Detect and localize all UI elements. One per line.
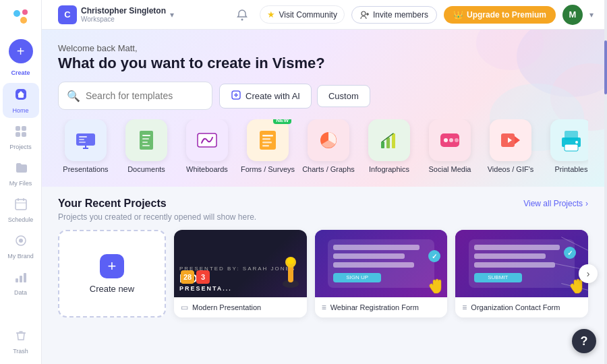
category-presentations[interactable]: Presentations [58, 119, 113, 173]
new-badge: NEW [273, 119, 291, 124]
svg-rect-9 [16, 132, 20, 137]
svg-rect-34 [79, 139, 84, 140]
project-card-modern-presentation[interactable]: PRESENTED BY: SARAH JONES MOD PRESENTA..… [174, 230, 307, 317]
community-button[interactable]: ★ Visit Community [260, 5, 344, 24]
sidebar-schedule-label: Schedule [8, 216, 34, 223]
avatar-chevron-icon[interactable]: ▾ [589, 10, 594, 20]
svg-rect-10 [22, 132, 26, 137]
category-infographics[interactable]: Infographics [362, 119, 417, 173]
project-thumb-modern-presentation: PRESENTED BY: SARAH JONES MOD PRESENTA..… [174, 230, 307, 297]
svg-point-2 [22, 9, 28, 15]
svg-rect-48 [262, 142, 272, 144]
community-label: Visit Community [279, 10, 337, 20]
invite-members-button[interactable]: Invite members [351, 6, 437, 24]
data-icon [14, 270, 28, 287]
svg-rect-7 [16, 126, 20, 131]
sidebar-item-create[interactable]: + Create [3, 35, 39, 80]
project-thumb-webinar-form: SIGN UP ✓ [315, 230, 448, 297]
sidebar-item-home[interactable]: Home [3, 83, 39, 118]
create-ai-button[interactable]: Create with AI [219, 84, 312, 109]
svg-rect-45 [260, 131, 276, 150]
sidebar-item-mybrand[interactable]: My Brand [3, 230, 39, 264]
svg-point-56 [449, 138, 453, 142]
svg-rect-38 [140, 131, 153, 150]
search-bar[interactable]: 🔍 [58, 82, 212, 110]
scroll-indicator [604, 0, 607, 364]
svg-rect-18 [20, 276, 22, 282]
create-new-card[interactable]: + Create new [58, 230, 166, 317]
project-name-org-contact: Organization Contact Form [471, 303, 560, 311]
search-input[interactable] [86, 90, 204, 101]
workspace-sub: Workspace [81, 16, 166, 23]
form-type-icon-org: ≡ [462, 303, 467, 312]
recent-subtitle: Projects you created or recently opened … [58, 212, 588, 222]
category-forms-surveys[interactable]: NEW Forms / Surveys [240, 119, 295, 173]
help-button[interactable]: ? [572, 329, 596, 353]
svg-rect-51 [381, 142, 384, 148]
project-card-webinar-form[interactable]: SIGN UP ✓ ≡ Webinar Registration Form [315, 230, 448, 317]
sidebar-trash-label: Trash [13, 348, 28, 355]
sidebar-projects-label: Projects [9, 144, 32, 150]
main-content: C Christopher Singleton Workspace ▾ ★ Vi… [42, 0, 604, 364]
sidebar-item-schedule[interactable]: Schedule [3, 193, 39, 227]
project-footer-webinar-form: ≡ Webinar Registration Form [315, 297, 448, 317]
workspace-name: Christopher Singleton [81, 6, 166, 16]
recent-projects-section: Your Recent Projects View all Projects ›… [42, 187, 604, 328]
category-printables-label: Printables [555, 165, 588, 173]
sidebar-item-trash[interactable]: Trash [3, 325, 39, 359]
view-all-button[interactable]: View all Projects › [523, 199, 588, 208]
home-icon [13, 87, 28, 105]
category-charts-graphs[interactable]: Charts / Graphs [301, 119, 356, 173]
sidebar-item-projects[interactable]: Projects [3, 121, 39, 154]
svg-rect-39 [142, 135, 150, 136]
category-videos-gifs[interactable]: Videos / GIF's [483, 119, 538, 173]
notifications-button[interactable] [231, 4, 253, 26]
sidebar-item-myfiles[interactable]: My Files [3, 157, 39, 191]
category-whiteboards[interactable]: Whiteboards [179, 119, 235, 173]
svg-point-16 [19, 239, 23, 243]
topbar: C Christopher Singleton Workspace ▾ ★ Vi… [42, 0, 604, 30]
svg-rect-63 [565, 144, 578, 151]
category-charts-graphs-label: Charts / Graphs [302, 165, 355, 173]
svg-rect-52 [386, 138, 390, 148]
svg-point-57 [455, 138, 459, 142]
view-all-label: View all Projects [523, 199, 583, 208]
category-social-media-label: Social Media [429, 165, 471, 173]
upgrade-button[interactable]: 👑 Upgrade to Premium [444, 6, 556, 24]
svg-point-1 [13, 10, 20, 17]
search-icon: 🔍 [67, 90, 80, 102]
custom-button[interactable]: Custom [317, 85, 370, 107]
project-footer-org-contact: ≡ Organization Contact Form [455, 297, 588, 317]
invite-label: Invite members [373, 10, 428, 20]
scroll-thumb[interactable] [604, 40, 607, 94]
project-name-modern-presentation: Modern Presentation [192, 303, 261, 311]
project-card-org-contact[interactable]: SUBMIT ✓ ≡ Organization Contact Form [455, 230, 588, 317]
category-documents[interactable]: Documents [119, 119, 174, 173]
svg-rect-46 [262, 135, 273, 137]
svg-rect-49 [262, 145, 269, 147]
create-plus-icon: + [9, 39, 33, 63]
project-thumb-org-contact: SUBMIT ✓ [455, 230, 588, 297]
svg-point-55 [444, 138, 448, 142]
myfiles-icon [14, 161, 28, 178]
schedule-icon [14, 198, 28, 214]
workspace-icon: C [58, 5, 77, 24]
user-avatar[interactable]: M [562, 5, 583, 25]
sidebar-home-label: Home [12, 107, 28, 114]
projects-next-button[interactable]: › [579, 264, 598, 283]
category-whiteboards-label: Whiteboards [186, 165, 228, 173]
category-social-media[interactable]: Social Media [422, 119, 478, 173]
svg-point-0 [10, 5, 32, 27]
category-printables[interactable]: Printables [544, 119, 588, 173]
sidebar-data-label: Data [14, 289, 27, 296]
hero-banner: Welcome back Matt, What do you want to c… [42, 30, 604, 187]
app-logo[interactable] [10, 5, 32, 27]
projects-icon [14, 125, 28, 142]
workspace-button[interactable]: C Christopher Singleton Workspace ▾ [53, 3, 179, 27]
recent-header: Your Recent Projects View all Projects › [58, 198, 588, 210]
svg-point-64 [575, 141, 578, 144]
svg-rect-53 [392, 133, 395, 148]
svg-point-3 [20, 17, 27, 24]
sidebar-item-data[interactable]: Data [3, 266, 39, 300]
workspace-info: Christopher Singleton Workspace [81, 6, 166, 23]
